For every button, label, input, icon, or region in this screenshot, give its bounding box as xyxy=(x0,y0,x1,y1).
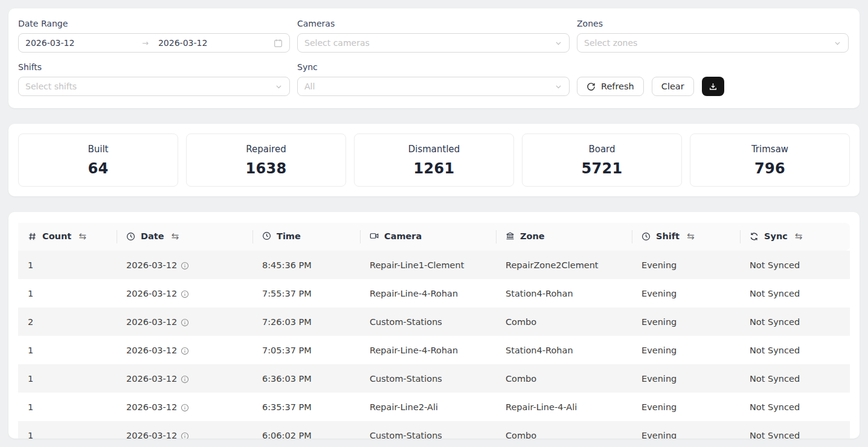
zone-cell: Station4-Rohan xyxy=(496,279,632,307)
stat-label: Repaired xyxy=(193,144,339,155)
stat-label: Trimsaw xyxy=(696,144,843,155)
sort-icon[interactable]: ⇆ xyxy=(687,231,695,242)
download-icon xyxy=(709,82,718,91)
date-range-start[interactable]: 2026-03-12 xyxy=(25,38,141,48)
date-range-field: Date Range 2026-03-12 → 2026-03-12 xyxy=(18,19,290,53)
cameras-label: Cameras xyxy=(297,19,570,28)
sync-cell: Not Synced xyxy=(740,421,850,439)
sync-label: Sync xyxy=(297,62,570,72)
info-icon[interactable] xyxy=(181,318,189,327)
stat-label: Board xyxy=(529,144,675,155)
count-cell: 1 xyxy=(18,251,117,279)
info-icon[interactable] xyxy=(181,290,189,298)
date-cell: 2026-03-12 xyxy=(117,393,252,421)
table-row: 1 2026-03-12 6:35:37 PM Repair-Line2-Ali… xyxy=(18,393,850,421)
chevron-down-icon xyxy=(275,83,283,91)
shifts-select[interactable]: Select shifts xyxy=(18,77,290,96)
sync-select[interactable]: All xyxy=(297,77,570,96)
refresh-button[interactable]: Refresh xyxy=(577,77,644,96)
stat-label: Built xyxy=(25,144,172,155)
date-value: 2026-03-12 xyxy=(126,374,177,384)
sort-icon[interactable]: ⇆ xyxy=(795,231,803,242)
sort-icon[interactable]: ⇆ xyxy=(79,231,86,242)
date-value: 2026-03-12 xyxy=(126,289,177,298)
zones-field: Zones Select zones xyxy=(577,19,849,53)
column-label: Count xyxy=(42,231,71,241)
stat-card: Built 64 xyxy=(18,133,178,187)
date-cell: 2026-03-12 xyxy=(117,251,252,279)
date-cell: 2026-03-12 xyxy=(117,307,252,336)
shift-cell: Evening xyxy=(632,251,740,279)
count-cell: 1 xyxy=(18,279,117,307)
column-label: Date xyxy=(141,231,164,241)
date-value: 2026-03-12 xyxy=(126,260,177,270)
filter-actions: Refresh Clear xyxy=(577,62,849,96)
table-header-cell[interactable]: Time xyxy=(252,223,360,251)
camera-cell: Repair-Line2-Ali xyxy=(360,393,496,421)
time-cell: 6:36:03 PM xyxy=(252,364,360,393)
date-cell: 2026-03-12 xyxy=(117,279,252,307)
info-icon[interactable] xyxy=(181,404,189,412)
cameras-placeholder: Select cameras xyxy=(304,38,555,48)
date-range-label: Date Range xyxy=(18,19,290,28)
date-cell: 2026-03-12 xyxy=(117,364,252,393)
date-range-picker[interactable]: 2026-03-12 → 2026-03-12 xyxy=(18,33,290,53)
video-camera-icon xyxy=(370,231,379,240)
table-row: 1 2026-03-12 7:55:37 PM Repair-Line-4-Ro… xyxy=(18,279,850,307)
sort-icon[interactable]: ⇆ xyxy=(172,231,179,242)
clear-button[interactable]: Clear xyxy=(652,77,694,96)
arrow-right-icon: → xyxy=(141,39,150,48)
zone-cell: Repair-Line-4-Ali xyxy=(496,393,632,421)
refresh-icon xyxy=(587,82,596,91)
shifts-label: Shifts xyxy=(18,62,290,72)
column-label: Time xyxy=(277,231,301,241)
events-table: Count ⇆ Date ⇆ xyxy=(18,223,850,439)
table-header-cell[interactable]: Camera xyxy=(360,223,496,251)
stat-value: 1261 xyxy=(361,160,507,177)
sync-field: Sync All xyxy=(297,62,570,96)
stat-card: Dismantled 1261 xyxy=(354,133,514,187)
table-header-cell[interactable]: Count ⇆ xyxy=(18,223,117,251)
date-value: 2026-03-12 xyxy=(126,346,177,355)
table-row: 1 2026-03-12 6:36:03 PM Custom-Stations … xyxy=(18,364,850,393)
table-row: 1 2026-03-12 8:45:36 PM Repair-Line1-Cle… xyxy=(18,251,850,279)
table-row: 1 2026-03-12 7:05:37 PM Repair-Line-4-Ro… xyxy=(18,336,850,364)
shifts-field: Shifts Select shifts xyxy=(18,62,290,96)
stat-value: 796 xyxy=(696,160,843,177)
zone-cell: Combo xyxy=(496,307,632,336)
chevron-down-icon xyxy=(555,83,562,91)
table-header-cell[interactable]: Sync ⇆ xyxy=(740,223,850,251)
sync-cell: Not Synced xyxy=(740,307,850,336)
date-value: 2026-03-12 xyxy=(126,317,177,327)
chevron-down-icon xyxy=(834,39,841,47)
table-header-cell[interactable]: Shift ⇆ xyxy=(632,223,740,251)
table-row: 2 2026-03-12 7:26:03 PM Custom-Stations … xyxy=(18,307,850,336)
sync-cell: Not Synced xyxy=(740,279,850,307)
date-value: 2026-03-12 xyxy=(126,402,177,412)
info-icon[interactable] xyxy=(181,375,189,384)
cameras-field: Cameras Select cameras xyxy=(297,19,570,53)
column-label: Zone xyxy=(520,231,545,241)
chevron-down-icon xyxy=(555,39,562,47)
count-cell: 2 xyxy=(18,307,117,336)
table-header-cell[interactable]: Zone xyxy=(496,223,632,251)
table-header-cell[interactable]: Date ⇆ xyxy=(117,223,252,251)
date-range-end[interactable]: 2026-03-12 xyxy=(150,38,274,48)
info-icon[interactable] xyxy=(181,432,189,439)
column-label: Shift xyxy=(656,231,680,241)
count-cell: 1 xyxy=(18,393,117,421)
info-icon[interactable] xyxy=(181,347,189,355)
hash-icon xyxy=(28,232,37,241)
cameras-select[interactable]: Select cameras xyxy=(297,33,570,53)
shift-cell: Evening xyxy=(632,307,740,336)
shifts-placeholder: Select shifts xyxy=(25,82,275,91)
camera-cell: Custom-Stations xyxy=(360,307,496,336)
camera-cell: Custom-Stations xyxy=(360,364,496,393)
download-button[interactable] xyxy=(702,77,724,96)
stat-value: 1638 xyxy=(193,160,339,177)
stat-label: Dismantled xyxy=(361,144,507,155)
info-icon[interactable] xyxy=(181,262,189,270)
date-cell: 2026-03-12 xyxy=(117,421,252,439)
stats-row: Built 64 Repaired 1638 Dismantled 1261 B… xyxy=(18,133,850,187)
zones-select[interactable]: Select zones xyxy=(577,33,849,53)
